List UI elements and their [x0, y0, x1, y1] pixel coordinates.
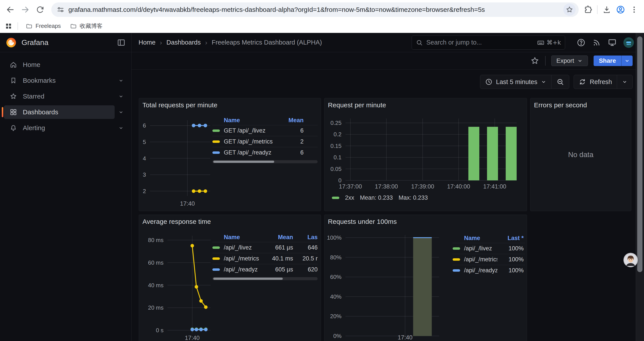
legend-column-header[interactable]: Last * [497, 235, 524, 242]
search-input[interactable]: Search or jump to... ⌘+k [412, 36, 565, 50]
legend-row[interactable]: GET /api/_/livez6 [212, 125, 318, 136]
legend-column-header[interactable]: Las [293, 234, 318, 241]
breadcrumb-item[interactable]: Home [138, 39, 156, 46]
apps-grid-icon[interactable] [5, 22, 12, 30]
legend-row[interactable]: /api/_/metrics100% [453, 254, 525, 265]
expand-bookmarks-icon[interactable] [115, 74, 127, 87]
news-rss-icon[interactable] [592, 38, 601, 47]
sidebar-item-dashboards[interactable]: Dashboards [4, 105, 115, 119]
series-name[interactable]: /api/_/readyz [224, 266, 260, 273]
series-name[interactable]: GET /api/_/metrics [224, 138, 277, 145]
legend-column-header[interactable]: Mean [277, 117, 304, 124]
legend-column-header[interactable]: Name [212, 117, 277, 124]
breadcrumb-separator: › [160, 39, 162, 46]
legend-total-requests: NameMeanGET /api/_/livez6GET /api/_/metr… [212, 115, 318, 163]
series-name[interactable]: GET /api/_/livez [224, 127, 277, 134]
series-stat: Mean: 0.233 [360, 194, 393, 201]
legend-row[interactable]: /api/_/readyz605 µs620 [212, 264, 318, 275]
expand-dashboards-icon[interactable] [115, 106, 127, 119]
profile-icon[interactable] [616, 5, 625, 14]
assistant-avatar-image [624, 253, 638, 267]
sidebar-item-starred[interactable]: Starred [4, 90, 115, 103]
browser-actions [584, 5, 640, 14]
svg-text:17:40: 17:40 [185, 335, 200, 341]
series-name[interactable]: /api/_/readyz [464, 267, 497, 274]
grafana-logo-icon [6, 37, 17, 48]
sidebar-item-label: Dashboards [23, 108, 58, 116]
sidebar-item-label: Alerting [23, 124, 45, 132]
legend-row[interactable]: GET /api/_/readyz6 [212, 147, 318, 158]
help-icon[interactable] [576, 38, 586, 47]
legend-row[interactable]: /api/_/readyz100% [453, 265, 525, 276]
collapse-sidebar-icon[interactable] [117, 38, 126, 47]
series-name[interactable]: 2xx [345, 194, 354, 201]
expand-alerting-icon[interactable] [115, 122, 127, 134]
scrollbar-thumb[interactable] [637, 37, 642, 272]
time-controls: Last 5 minutes Refresh [132, 75, 644, 89]
topbar-icons [570, 37, 644, 48]
svg-text:80 ms: 80 ms [148, 237, 164, 243]
legend-row[interactable]: GET /api/_/metrics2 [212, 136, 318, 147]
controls-divider [545, 56, 546, 66]
bookmark-item[interactable]: 收藏博客 [68, 21, 105, 31]
bookmark-item[interactable]: Freeleaps [23, 21, 64, 31]
series-name[interactable]: /api/_/livez [224, 244, 260, 251]
sidebar-item-label: Bookmarks [23, 77, 56, 84]
legend-request-per-minute[interactable]: 2xxMean: 0.233Max: 0.233 [332, 194, 428, 201]
svg-text:17:39:00: 17:39:00 [411, 183, 434, 190]
zoom-out-button[interactable] [551, 75, 569, 89]
search-icon [416, 39, 423, 46]
svg-text:0.15: 0.15 [330, 143, 342, 149]
legend-scrollbar[interactable] [212, 277, 318, 280]
sidebar-item-alerting[interactable]: Alerting [4, 121, 115, 135]
series-name[interactable]: /api/_/metrics [464, 256, 497, 263]
time-range-button[interactable]: Last 5 minutes [480, 75, 552, 89]
legend-scrollbar[interactable] [212, 160, 318, 163]
breadcrumb-item[interactable]: Freeleaps Metrics Dashboard (ALPHA) [212, 39, 322, 46]
sidebar-item-label: Home [23, 61, 40, 69]
legend-row[interactable]: /api/_/metrics40.1 ms20.5 r [212, 253, 318, 264]
star-icon [10, 93, 17, 100]
url-text[interactable]: grafana.mathmast.com/d/deytv4rwavabkb/fr… [68, 6, 563, 14]
sidebar-item-bookmarks[interactable]: Bookmarks [4, 74, 115, 87]
browser-reload-button[interactable] [34, 3, 46, 16]
panel-average-response-time: Average response time 80 ms60 ms40 ms20 … [139, 215, 321, 341]
extensions-icon[interactable] [584, 5, 592, 14]
panel-total-requests: Total requests per minute 6543217:40 Nam… [139, 98, 321, 211]
legend-scrollbar-thumb[interactable] [213, 161, 274, 163]
legend-column-header[interactable]: Mean [260, 234, 293, 241]
url-bar[interactable]: grafana.mathmast.com/d/deytv4rwavabkb/fr… [51, 3, 579, 17]
sidebar-item-home[interactable]: Home [4, 58, 115, 72]
series-color-dash [453, 247, 460, 250]
legend-column-header[interactable]: Name [453, 235, 497, 242]
site-settings-icon[interactable] [56, 6, 64, 14]
grafana-app: Grafana HomeBookmarksStarredDashboardsAl… [0, 33, 644, 341]
download-icon[interactable] [602, 5, 611, 14]
share-button[interactable]: Share [594, 56, 621, 66]
legend-row[interactable]: /api/_/livez100% [453, 243, 525, 254]
browser-menu-icon[interactable] [630, 6, 638, 14]
share-menu-button[interactable] [621, 56, 632, 66]
series-name[interactable]: /api/_/livez [464, 245, 497, 252]
export-button[interactable]: Export [551, 56, 588, 66]
legend-scrollbar-thumb[interactable] [213, 278, 283, 280]
browser-forward-button[interactable] [19, 3, 32, 16]
bookmarks-divider [18, 22, 18, 30]
refresh-interval-button[interactable] [617, 75, 632, 89]
grid-icon [10, 108, 17, 116]
bookmark-star-icon[interactable] [563, 4, 576, 16]
assistant-avatar[interactable] [624, 253, 638, 267]
breadcrumb-item[interactable]: Dashboards [166, 39, 200, 46]
refresh-button[interactable]: Refresh [574, 75, 617, 89]
breadcrumb: Home›Dashboards›Freeleaps Metrics Dashbo… [138, 39, 322, 46]
series-name[interactable]: GET /api/_/readyz [224, 149, 277, 156]
series-mean-value: 6 [277, 149, 304, 156]
expand-starred-icon[interactable] [115, 90, 127, 103]
series-name[interactable]: /api/_/metrics [224, 255, 260, 262]
monitor-icon[interactable] [608, 38, 617, 47]
favorite-star-icon[interactable] [530, 56, 540, 65]
user-avatar[interactable] [624, 37, 634, 48]
legend-row[interactable]: /api/_/livez661 µs646 [212, 242, 318, 253]
legend-column-header[interactable]: Name [212, 234, 260, 241]
browser-back-button[interactable] [4, 3, 17, 16]
